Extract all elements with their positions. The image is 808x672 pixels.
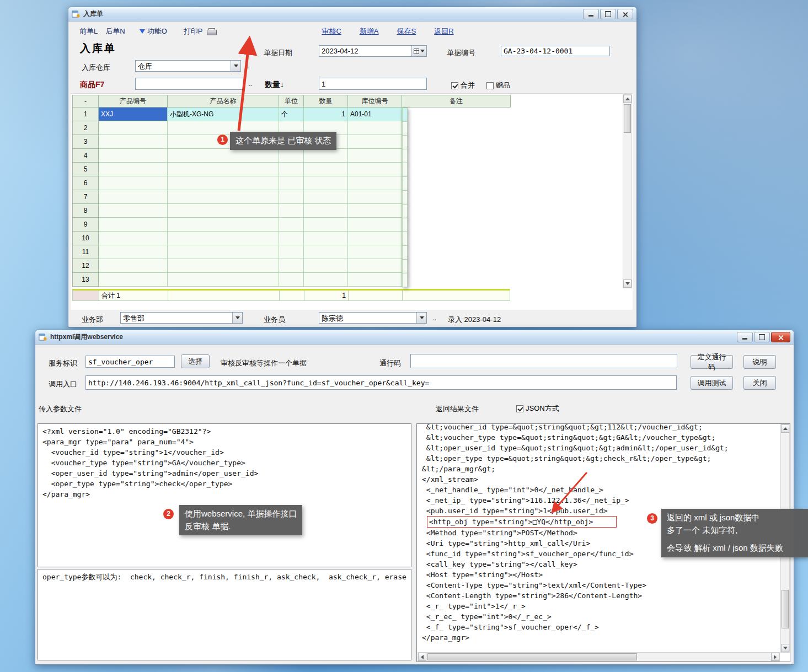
grid-cell[interactable]: [348, 149, 402, 163]
grid-cell[interactable]: [348, 176, 402, 190]
dept-combo-arrow[interactable]: [232, 313, 242, 323]
grid-cell[interactable]: [279, 149, 304, 163]
grid-cell[interactable]: [304, 176, 348, 190]
request-xml-text[interactable]: <?xml version="1.0" encoding="GB2312"?> …: [38, 424, 411, 502]
grid-cell[interactable]: [348, 204, 402, 218]
grid-cell[interactable]: [402, 135, 408, 149]
grid-cell[interactable]: [402, 218, 408, 232]
win1-titlebar[interactable]: 入库单: [68, 7, 636, 21]
grid-cell[interactable]: [304, 273, 348, 287]
grid-cell[interactable]: [99, 163, 168, 176]
grid-cell[interactable]: [304, 163, 348, 176]
grid-cell[interactable]: [348, 135, 402, 149]
next-doc-button[interactable]: 后单N: [105, 26, 125, 36]
grid-cell[interactable]: 13: [73, 273, 99, 287]
agent-combo-arrow[interactable]: [416, 313, 426, 323]
dept-combo[interactable]: 零售部: [120, 312, 243, 324]
scroll-thumb[interactable]: [782, 590, 789, 628]
grid-cell[interactable]: 3: [73, 135, 99, 149]
functions-button[interactable]: 功能O: [140, 26, 167, 36]
docno-input[interactable]: [501, 46, 610, 56]
grid-cell[interactable]: [99, 176, 168, 190]
passcode-input[interactable]: [410, 354, 677, 368]
response-hscrollbar[interactable]: [418, 652, 780, 662]
grid-cell[interactable]: [402, 232, 408, 246]
scroll-up-arrow[interactable]: [781, 424, 789, 433]
grid-cell[interactable]: [279, 218, 304, 232]
agent-combo[interactable]: 陈宗德: [319, 312, 427, 324]
request-xml-panel[interactable]: <?xml version="1.0" encoding="GB2312"?> …: [38, 423, 411, 567]
service-id-input[interactable]: [85, 356, 175, 368]
grid-cell[interactable]: [348, 218, 402, 232]
grid-cell[interactable]: [304, 190, 348, 204]
grid-cell[interactable]: [168, 204, 279, 218]
grid-cell[interactable]: [348, 245, 402, 259]
grid-scrollbar[interactable]: [623, 94, 632, 288]
grid-cell[interactable]: [168, 273, 279, 287]
warehouse-combo[interactable]: 仓库: [135, 60, 241, 72]
win2-minimize-button[interactable]: [737, 332, 753, 342]
grid-cell[interactable]: [402, 107, 408, 122]
define-passcode-button[interactable]: 定义通行码: [691, 355, 733, 369]
grid-cell[interactable]: [168, 245, 279, 259]
grid-cell[interactable]: [168, 176, 279, 190]
scroll-down-arrow[interactable]: [781, 644, 789, 652]
grid-cell[interactable]: 11: [73, 245, 99, 259]
grid-cell[interactable]: [348, 121, 402, 135]
grid-header-code[interactable]: 产品编号: [99, 95, 168, 107]
close-window-button[interactable]: 关闭: [743, 376, 776, 390]
grid-cell[interactable]: [99, 218, 168, 232]
grid-cell[interactable]: 5: [73, 163, 99, 176]
grid-header-note[interactable]: 备注: [402, 95, 511, 107]
grid-cell[interactable]: 1: [73, 107, 99, 121]
date-picker[interactable]: 2023-04-12: [319, 45, 427, 57]
merge-checkbox[interactable]: 合并: [451, 80, 475, 90]
grid-cell[interactable]: [279, 259, 304, 273]
grid-cell[interactable]: [279, 273, 304, 287]
grid-cell[interactable]: [402, 273, 408, 287]
gift-checkbox[interactable]: 赠品: [486, 80, 510, 90]
grid-cell[interactable]: 7: [73, 190, 99, 204]
grid-cell[interactable]: 1: [304, 107, 348, 121]
gift-checkbox-box[interactable]: [486, 82, 494, 89]
agent-more-button[interactable]: ..: [432, 314, 436, 322]
print-button[interactable]: 打印P: [184, 26, 203, 36]
grid-cell[interactable]: [402, 176, 408, 191]
grid-cell[interactable]: [99, 232, 168, 245]
prev-doc-button[interactable]: 前单L: [79, 26, 98, 36]
grid-header-name[interactable]: 产品名称: [168, 95, 279, 107]
explain-button[interactable]: 说明: [743, 355, 776, 369]
qty-input[interactable]: [319, 78, 427, 90]
grid-header-indicator[interactable]: -: [73, 95, 99, 107]
grid-cell[interactable]: [402, 245, 408, 260]
grid-cell[interactable]: [304, 204, 348, 218]
grid-cell[interactable]: 10: [73, 232, 99, 245]
grid-cell[interactable]: [348, 232, 402, 245]
grid-cell[interactable]: [304, 149, 348, 163]
product-input[interactable]: [135, 78, 244, 90]
grid-cell[interactable]: [99, 190, 168, 204]
grid-header-unit[interactable]: 单位: [279, 95, 304, 107]
grid-cell[interactable]: [348, 273, 402, 287]
grid-cell[interactable]: [304, 259, 348, 273]
win2-close-button[interactable]: [771, 332, 790, 342]
grid-cell[interactable]: [348, 190, 402, 204]
scroll-thumb[interactable]: [427, 653, 637, 660]
grid-cell[interactable]: 4: [73, 149, 99, 163]
win1-minimize-button[interactable]: [583, 9, 599, 19]
grid-cell[interactable]: [279, 204, 304, 218]
grid-cell[interactable]: [279, 176, 304, 190]
check-button[interactable]: 审核C: [322, 26, 341, 36]
grid-cell[interactable]: [402, 121, 408, 136]
merge-checkbox-box[interactable]: [451, 82, 458, 89]
grid-cell[interactable]: [402, 204, 408, 218]
grid-cell[interactable]: 12: [73, 259, 99, 273]
grid-cell[interactable]: [279, 232, 304, 245]
grid-cell[interactable]: [168, 218, 279, 232]
scroll-up-arrow[interactable]: [623, 95, 632, 103]
grid-cell[interactable]: [168, 149, 279, 163]
win1-maximize-button[interactable]: [600, 9, 616, 19]
call-test-button[interactable]: 调用测试: [691, 376, 733, 390]
entry-url-input[interactable]: [85, 375, 677, 390]
grid-cell[interactable]: A01-01: [348, 107, 402, 121]
